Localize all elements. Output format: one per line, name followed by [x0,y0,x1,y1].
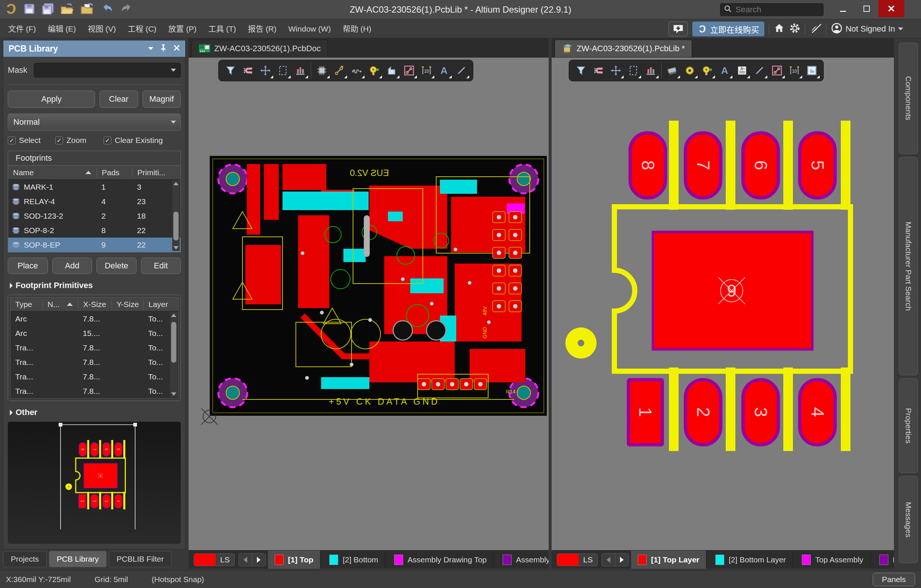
menu-place[interactable]: 放置 (P) [162,19,202,38]
menu-tools[interactable]: 工具 (T) [202,19,242,38]
table-row[interactable]: Tra... 7.8... To... [10,355,178,369]
col-xsize[interactable]: X-Size [78,300,111,309]
dock-tab-properties[interactable]: Properties [899,378,918,473]
buy-online-button[interactable]: 立即在线购买 [692,21,764,36]
footprint-preview[interactable] [8,422,181,544]
pen-slash-icon[interactable] [810,23,822,35]
dimension-tool[interactable]: 10 [418,62,435,79]
pin-icon[interactable] [160,44,167,54]
route-tool[interactable] [330,62,348,79]
clear-button[interactable]: Clear [99,91,138,108]
scroll-up-icon[interactable] [173,182,179,185]
layer-scroll-right[interactable] [615,554,628,566]
select-checkbox[interactable]: ✓ Select [8,136,55,145]
table-row[interactable]: Arc 15.... To... [10,326,178,340]
footprint-primitives-section[interactable]: Footprint Primitives [8,281,181,290]
magnify-button[interactable]: Magnif [143,91,181,108]
layer-tab-bottom[interactable]: [2] Bottom [322,551,385,569]
col-type[interactable]: Type [10,300,42,309]
layer-tab-bottom-assembly[interactable]: Bottom [873,551,894,569]
table-row[interactable]: Tra... 7.8... To... [10,369,178,384]
table-row-selected[interactable]: SOP-8-EP 9 22 [8,238,181,252]
menu-file[interactable]: 文件 (F) [2,19,42,38]
account-menu[interactable]: Not Signed In [831,22,903,36]
clear-existing-checkbox[interactable]: ✓ Clear Existing [104,136,163,145]
col-name[interactable]: Name [8,168,96,178]
search-input[interactable] [735,5,842,15]
apply-button[interactable]: Apply [8,91,95,108]
scrollbar[interactable] [172,181,180,251]
filter-tool[interactable] [221,62,239,79]
menu-view[interactable]: 视图 (V) [82,19,122,38]
add-button[interactable]: Add [52,257,93,274]
close-icon[interactable] [173,44,180,53]
layer-tab-assembly-dra[interactable]: Assembly Dra [496,551,549,569]
menu-reports[interactable]: 报告 (R) [242,19,283,38]
dock-tab-components[interactable]: Components [899,43,918,154]
table-row[interactable]: Tra... 7.8... To... [10,384,178,398]
scroll-thumb[interactable] [173,212,179,241]
select-tool[interactable] [274,62,291,79]
layer-scroll-left[interactable] [239,554,252,566]
tab-projects[interactable]: Projects [3,551,47,567]
menu-project[interactable]: 工程 (C) [122,19,162,38]
scroll-down-icon[interactable] [173,246,179,249]
align-tool[interactable] [291,62,309,79]
menu-edit[interactable]: 编辑 (E) [42,19,82,38]
edit-button[interactable]: Edit [141,257,181,274]
scroll-up-icon[interactable] [171,314,176,317]
minimize-button[interactable] [833,0,853,17]
layer-set-chip[interactable]: LS [194,554,234,566]
pcb-board-drawing[interactable]: EUS V2.0 +5V CK DATA GND R14 48V GND [210,156,547,416]
table-row[interactable]: SOD-123-2 2 18 [8,208,181,223]
tab-pcblib[interactable]: ZW-AC03-230526(1).PcbLib * [555,40,692,57]
gear-icon[interactable] [789,23,801,35]
dock-tab-manufacturer-part-search[interactable]: Manufacturer Part Search [899,157,918,375]
save-all-icon[interactable] [41,2,55,16]
menu-window[interactable]: Window (W) [283,19,337,38]
menu-help[interactable]: 帮助 (H) [337,19,377,38]
close-button[interactable] [878,0,904,17]
open-icon[interactable] [60,2,75,16]
undo-icon[interactable] [100,2,114,16]
dock-tab-messages[interactable]: Messages [899,476,918,563]
layer-tab-top-layer[interactable]: [1] Top Layer [631,551,706,569]
zoom-checkbox[interactable]: ✓ Zoom [55,136,104,145]
footprint-drawing[interactable]: 8 7 6 5 1 2 3 4 9 [552,57,894,550]
save-icon[interactable] [23,3,36,15]
panels-button[interactable]: Panels [873,573,915,586]
global-search[interactable] [719,3,824,17]
col-n[interactable]: N... [42,300,78,309]
layer-tab-bottom-layer[interactable]: [2] Bottom Layer [709,551,793,569]
pcblib-canvas[interactable]: A A 10 [552,57,894,550]
table-row[interactable]: RELAY-4 4 23 [8,194,181,208]
feedback-button[interactable] [669,21,688,36]
layer-tab-assembly-top[interactable]: Assembly Drawing Top [387,551,494,569]
layer-tab-top-assembly[interactable]: Top Assembly [795,551,871,569]
mode-select[interactable]: Normal [8,114,181,131]
magnet-tool[interactable] [239,62,257,79]
home-icon[interactable] [774,23,785,35]
text-tool[interactable]: A [435,62,452,79]
place-button[interactable]: Place [8,257,48,274]
component-tool[interactable] [313,62,330,79]
col-ysize[interactable]: Y-Size [111,300,143,309]
scroll-down-icon[interactable] [171,393,176,396]
layer-scroll-left[interactable] [602,554,615,566]
layer-set-chip[interactable]: LS [557,554,598,566]
diff-pair-tool[interactable] [348,62,365,79]
col-pads[interactable]: Pads [96,168,132,178]
layer-tab-top[interactable]: [1] Top [268,551,321,569]
move-tool[interactable] [257,62,274,79]
tab-pcblib-filter[interactable]: PCBLIB Filter [109,551,171,567]
tab-pcbdoc[interactable]: ZW-AC03-230526(1).PcbDoc [192,40,328,57]
panel-menu-icon[interactable] [148,47,153,50]
scroll-thumb[interactable] [171,322,176,363]
maximize-button[interactable] [856,0,877,17]
interactive-route-tool[interactable] [400,62,418,79]
col-primitives[interactable]: Primiti... [132,168,181,178]
open-project-icon[interactable] [80,2,95,16]
via-tool[interactable] [365,62,383,79]
layer-scroll-right[interactable] [252,554,265,566]
table-row[interactable]: SOP-8-2 8 22 [8,223,181,238]
